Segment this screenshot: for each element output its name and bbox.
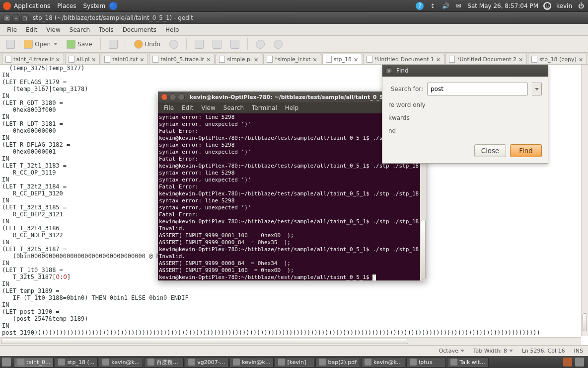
terminal-minimize-button[interactable] [169,93,176,100]
help-icon[interactable]: ? [416,2,424,10]
taskbar-item[interactable]: [kevin] [275,357,314,368]
close-icon[interactable]: ✕ [436,57,441,62]
cut-button[interactable] [192,38,207,51]
close-icon[interactable]: ✕ [206,57,211,62]
user-name[interactable]: kevin [556,2,572,9]
close-icon[interactable]: ✕ [140,57,145,62]
menu-help[interactable]: Help [161,25,183,34]
editor-tab[interactable]: taint_4.trace.ir✕ [2,54,64,64]
taskbar-item[interactable]: taint_0... [14,357,54,368]
taskbar-item[interactable]: 百度搜... [144,357,184,368]
terminal-close-button[interactable] [161,93,168,100]
term-menu-view[interactable]: View [198,104,218,112]
network-icon[interactable]: ↕ [429,2,437,10]
window-minimize-button[interactable]: – [12,14,20,22]
paste-button[interactable] [227,38,242,51]
trash-icon[interactable] [575,358,584,367]
search-input[interactable] [427,83,528,95]
redo-icon [169,40,178,49]
match-word-checkbox[interactable]: re word only [388,101,542,108]
undo-button[interactable]: Undo [131,38,163,51]
window-close-button[interactable]: × [3,14,11,22]
menu-tools[interactable]: Tools [95,25,118,34]
editor-tab[interactable]: simple.pl✕ [216,54,262,64]
taskbar-item[interactable]: kevin@k... [229,357,274,368]
new-button[interactable] [3,38,18,51]
close-icon[interactable]: ✕ [56,57,61,62]
tab-label: taint_4.trace.ir [13,56,54,63]
menu-system[interactable]: System [83,2,105,9]
app-icon [450,359,457,366]
show-desktop-button[interactable] [2,358,11,367]
terminal-maximize-button[interactable] [178,93,185,100]
find-button[interactable] [253,38,268,51]
scrollbar-thumb[interactable] [583,313,587,331]
close-icon[interactable]: ✕ [91,57,96,62]
taskbar-item[interactable]: kevin@k... [99,357,143,368]
editor-tab[interactable]: *Untitled Document 1✕ [363,54,444,64]
horizontal-scrollbar[interactable] [0,337,581,345]
editor-tab[interactable]: *simple_ir.txt✕ [263,54,321,64]
taskbar-item[interactable]: bap(2).pdf [315,357,360,368]
editor-tab[interactable]: taint0.txt✕ [101,54,148,64]
vertical-scrollbar[interactable] [581,65,588,336]
close-icon[interactable]: ✕ [254,57,259,62]
close-icon[interactable]: ✕ [313,57,318,62]
term-menu-terminal[interactable]: Terminal [249,104,280,112]
taskbar-item[interactable]: Talk wit... [447,357,488,368]
menu-documents[interactable]: Documents [119,25,160,34]
term-menu-file[interactable]: File [161,104,177,112]
search-history-dropdown[interactable] [532,83,542,95]
taskbar-item[interactable]: kevin@k... [361,357,405,368]
close-icon[interactable]: ✕ [354,57,359,62]
menu-file[interactable]: File [3,25,21,34]
find-close-button[interactable]: × [385,67,392,74]
save-button[interactable]: Save [64,38,95,51]
editor-tab[interactable]: stp_18 (copy)✕ [528,54,587,64]
term-menu-edit[interactable]: Edit [179,104,196,112]
term-menu-search[interactable]: Search [220,104,247,112]
menu-applications[interactable]: Applications [14,2,50,9]
user-icon[interactable]: ☻ [543,2,551,10]
clock[interactable]: Sat May 26, 8:57:04 PM [467,2,538,9]
menu-search[interactable]: Search [66,25,94,34]
taskbar-item[interactable]: stp_18 (... [55,357,98,368]
redo-button[interactable] [166,38,181,51]
close-icon[interactable]: ✕ [579,57,584,62]
replace-button[interactable] [271,38,286,51]
insert-mode[interactable]: INS [574,348,583,354]
language-selector[interactable]: Octave [439,348,464,354]
find-next-btn[interactable]: Find [510,144,542,157]
editor-tab[interactable]: taint0_5.trace.ir✕ [149,54,215,64]
open-button[interactable]: Open [21,38,61,51]
search-backwards-checkbox[interactable]: kwards [388,114,542,121]
term-menu-help[interactable]: Help [282,104,301,112]
workspace-switcher[interactable] [563,358,572,367]
menu-edit[interactable]: Edit [22,25,41,34]
top-panel: Applications Places System ? ↕ 🔊 ✉ Sat M… [0,0,588,12]
editor-tab[interactable]: *Untitled Document 2✕ [445,54,527,64]
wrap-around-checkbox[interactable]: nd [388,127,542,134]
find-close-btn[interactable]: Close [474,144,506,157]
editor-tab[interactable]: stp_18✕ [322,54,363,64]
power-icon[interactable]: ⏻ [577,2,585,10]
scrollbar-thumb[interactable] [1,339,408,344]
mail-icon[interactable]: ✉ [454,2,462,10]
document-icon [449,56,455,63]
firefox-icon[interactable] [109,2,117,10]
editor-area[interactable]: (temp_3175|temp_3177) IN (LET EFLAGS_317… [0,65,588,345]
menu-view[interactable]: View [42,25,64,34]
menu-places[interactable]: Places [57,2,76,9]
scrollbar-thumb[interactable] [421,220,426,279]
folder-open-icon [24,40,33,49]
copy-button[interactable] [210,38,224,51]
ubuntu-logo-icon[interactable] [3,2,11,10]
taskbar-item[interactable]: vg2007-... [185,357,228,368]
volume-icon[interactable]: 🔊 [441,2,449,10]
close-icon[interactable]: ✕ [518,57,523,62]
editor-tab[interactable]: all.pl✕ [65,54,100,64]
print-button[interactable] [106,38,121,51]
window-maximize-button[interactable]: ▢ [21,14,29,22]
taskbar-item[interactable]: iptux [406,357,446,368]
tab-width-selector[interactable]: Tab Width: 8 [473,348,513,354]
